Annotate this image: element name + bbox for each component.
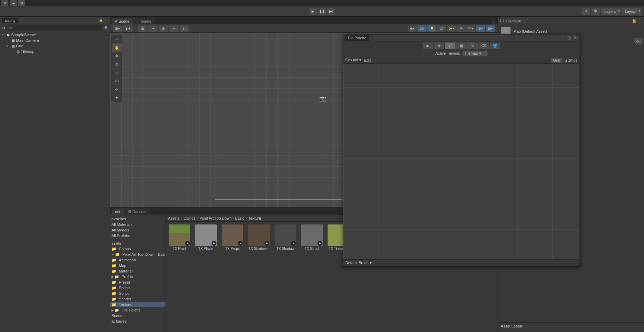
history-icon[interactable]: ↺: [582, 8, 590, 15]
open-button[interactable]: Op: [634, 38, 643, 45]
scale-tool[interactable]: ⤢: [112, 69, 122, 77]
eraser-tool[interactable]: ⌫: [478, 42, 489, 49]
fav-item[interactable]: All Prefabs: [110, 233, 166, 238]
tab-project[interactable]: ect: [112, 208, 124, 215]
folder-item[interactable]: 📁 Scene: [110, 285, 166, 291]
camera-gizmo-icon[interactable]: 📷: [319, 95, 326, 102]
hierarchy-search[interactable]: [7, 25, 103, 31]
folder-item[interactable]: 📁 Animation: [110, 257, 166, 263]
asset-item[interactable]: ▶TX Plant: [169, 224, 190, 251]
tab-console[interactable]: ▤Console: [124, 208, 150, 215]
scene-root[interactable]: ▼⬢ SampleScene* ⋮: [0, 32, 110, 38]
close-icon[interactable]: ✕: [573, 35, 578, 41]
tile-palette-window[interactable]: Tile Palette ⋮ ▢ ✕ ▶ ✥ 🖌 ▦ ✎ ⌫ 🪣 Active …: [343, 34, 580, 267]
grid-dropdown[interactable]: ▾: [148, 25, 158, 32]
expand-icon[interactable]: ▶: [317, 241, 322, 246]
expand-icon[interactable]: ▶: [212, 241, 216, 246]
hidden-toggle[interactable]: 👁: [457, 25, 466, 32]
maximize-icon[interactable]: ▢: [566, 35, 572, 41]
menu-icon[interactable]: ⋮: [560, 35, 566, 41]
folder-item[interactable]: ▶📁 Prefab: [110, 274, 166, 279]
tab-game[interactable]: ∞Game: [133, 18, 155, 24]
brush-tool[interactable]: 🖌: [445, 42, 455, 49]
hierarchy-item[interactable]: ▼▦ Grid: [0, 43, 110, 49]
expand-icon[interactable]: ▶: [291, 241, 296, 246]
asset-item[interactable]: ▶TX Struct: [301, 224, 323, 251]
play-button[interactable]: ▶: [309, 8, 317, 15]
search-icon[interactable]: 🔍: [592, 8, 600, 15]
add-icon[interactable]: +▾: [1, 26, 5, 30]
fav-item[interactable]: All Materials: [110, 222, 166, 227]
dropdown-icon[interactable]: ▾: [1, 0, 8, 6]
grid-toggle[interactable]: ▦: [138, 25, 147, 32]
asset-item[interactable]: ▶TX Shadow...: [248, 224, 270, 251]
folder-item-selected[interactable]: 📁 Texture: [110, 302, 166, 307]
fill-tool[interactable]: 🪣: [490, 42, 500, 49]
select-tool[interactable]: ▶: [423, 42, 433, 49]
hierarchy-item[interactable]: ▣ Main Camera: [0, 38, 110, 43]
expand-icon[interactable]: ▶: [238, 241, 243, 246]
folder-item[interactable]: ▼📁 Pixel Art Top Down - Basi: [110, 252, 166, 257]
picker-tool[interactable]: ✎: [467, 42, 478, 49]
box-tool[interactable]: ▦: [456, 42, 467, 49]
lock-icon[interactable]: 🔒: [99, 18, 103, 22]
edit-button[interactable]: Edit: [364, 58, 371, 62]
brush-dropdown[interactable]: Default Brush ▾: [345, 261, 372, 265]
transform-tool[interactable]: ⊹: [112, 85, 122, 94]
breadcrumb-item[interactable]: Pixel Art Top Down - Basic: [200, 216, 245, 220]
2d-toggle[interactable]: 2D: [417, 25, 427, 32]
folder-item[interactable]: 📁 Cainos: [110, 246, 166, 252]
lock-icon[interactable]: 🔒: [632, 18, 637, 23]
folder-item[interactable]: 📁 Script: [110, 291, 166, 296]
hierarchy-tab[interactable]: rarchy: [2, 18, 18, 23]
folder-item[interactable]: 📁 Shader: [110, 296, 166, 302]
inspector-tab[interactable]: Inspector: [505, 18, 521, 23]
gizmos-toggle[interactable]: ⊕▾: [476, 25, 485, 32]
favorites-header[interactable]: avorites: [110, 216, 166, 222]
cloud-icon[interactable]: ☁: [10, 0, 17, 6]
fx-toggle[interactable]: ✨▾: [447, 25, 456, 32]
tab-scene[interactable]: #Scene: [112, 18, 133, 24]
expand-icon[interactable]: ▶: [185, 241, 190, 246]
layers-dropdown[interactable]: Layers: [601, 8, 621, 15]
folder-item[interactable]: Scenes: [110, 313, 166, 318]
tile-palette-grid[interactable]: [343, 64, 580, 259]
move-tool[interactable]: ✥: [434, 42, 444, 49]
settings-icon[interactable]: ⚙: [18, 0, 25, 6]
snap-dropdown[interactable]: ▾: [169, 25, 178, 32]
breadcrumb-item[interactable]: Cainos: [184, 216, 196, 220]
draw-mode[interactable]: ◐▾: [408, 25, 417, 32]
menu-icon[interactable]: ⋮: [104, 18, 108, 22]
search-icon[interactable]: 🔍: [104, 26, 108, 30]
packages-header[interactable]: ackages: [110, 318, 166, 324]
asset-item[interactable]: ▶TX Player: [195, 224, 217, 251]
folder-item[interactable]: 📁 Map: [110, 263, 166, 268]
view-tool[interactable]: ═: [112, 35, 122, 44]
snap-toggle[interactable]: ⊞: [159, 25, 168, 32]
folder-item[interactable]: 📁 Material: [110, 268, 166, 274]
tile-palette-titlebar[interactable]: Tile Palette ⋮ ▢ ✕: [343, 34, 580, 41]
menu-icon[interactable]: ⋮: [638, 18, 642, 23]
asset-item[interactable]: ▶TX Props: [222, 224, 243, 251]
active-tilemap-dropdown[interactable]: Tilemap ▾: [462, 51, 488, 56]
assets-header[interactable]: ssets: [110, 240, 166, 246]
hierarchy-item[interactable]: ▥ Tilemap: [0, 49, 110, 54]
custom-tool[interactable]: ✦: [112, 94, 122, 102]
increment-snap[interactable]: ⫿⫿: [180, 25, 189, 32]
breadcrumb-item[interactable]: Assets: [168, 216, 179, 220]
pivot-dropdown[interactable]: ▣▾: [113, 25, 122, 32]
gizmos-toggle[interactable]: Gizmos: [565, 58, 577, 62]
overlay-dropdown[interactable]: ▦▾: [486, 25, 495, 32]
camera-dropdown[interactable]: 📷▾: [466, 25, 475, 32]
palette-dropdown[interactable]: Ground ▾: [345, 58, 361, 62]
step-button[interactable]: ▶|: [327, 8, 335, 15]
hand-tool[interactable]: ✋: [112, 44, 122, 52]
expand-icon[interactable]: ▶: [264, 241, 269, 246]
rect-tool[interactable]: ▭: [112, 77, 122, 85]
audio-toggle[interactable]: 🔊: [437, 25, 446, 32]
folder-item[interactable]: ▶📁 Tile Palette: [110, 307, 166, 313]
shading-dropdown[interactable]: ◐▾: [123, 25, 132, 32]
folder-item[interactable]: 📁 Preset: [110, 279, 166, 285]
layout-dropdown[interactable]: Layout: [622, 8, 641, 15]
asset-item[interactable]: ▶TX Shadow: [275, 224, 296, 251]
